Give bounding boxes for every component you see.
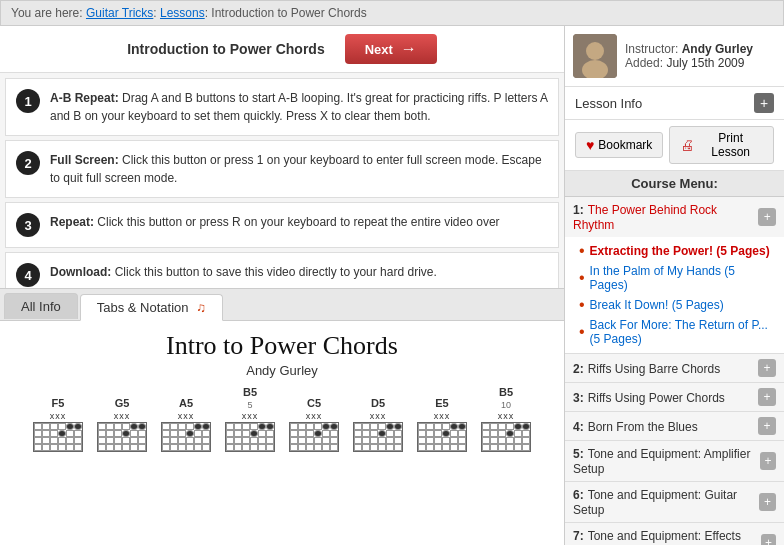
notation-author: Andy Gurley bbox=[10, 363, 554, 378]
course-section-5: 5:Tone and Equipment: Amplifier Setup+ bbox=[565, 441, 784, 482]
chord-x-marks: xxx bbox=[498, 411, 515, 421]
chord-fret: 5 bbox=[247, 400, 252, 410]
section-number: 2: bbox=[573, 362, 584, 376]
course-item-dot: • bbox=[579, 269, 585, 287]
section-title: Tone and Equipment: Amplifier Setup bbox=[573, 447, 750, 476]
printer-icon: 🖨 bbox=[680, 137, 694, 153]
chord-cell bbox=[178, 430, 186, 437]
breadcrumb-guitar-tricks[interactable]: Guitar Tricks bbox=[86, 6, 153, 20]
chord-cell bbox=[130, 437, 138, 444]
chord-cell bbox=[234, 423, 242, 430]
chord-cell bbox=[138, 444, 146, 451]
course-item-link[interactable]: Extracting the Power! (5 Pages) bbox=[590, 244, 770, 258]
section-expand-btn[interactable]: + bbox=[759, 493, 776, 511]
section-title: The Power Behind Rock Rhythm bbox=[573, 203, 717, 232]
chord-cell bbox=[130, 430, 138, 437]
course-section-items-1: •Extracting the Power! (5 Pages)•In the … bbox=[565, 237, 784, 353]
chord-cell bbox=[298, 437, 306, 444]
chord-cell bbox=[370, 430, 378, 437]
chord-cell bbox=[266, 430, 274, 437]
chord-cell bbox=[362, 437, 370, 444]
chord-cell bbox=[202, 423, 210, 430]
course-section-header-6[interactable]: 6:Tone and Equipment: Guitar Setup+ bbox=[565, 482, 784, 522]
chord-cell bbox=[122, 437, 130, 444]
course-section-header-1[interactable]: 1:The Power Behind Rock Rhythm+ bbox=[565, 197, 784, 237]
chord-cell bbox=[162, 444, 170, 451]
chord-cell bbox=[170, 437, 178, 444]
chord-cell bbox=[442, 444, 450, 451]
course-section-header-7[interactable]: 7:Tone and Equipment: Effects and More+ bbox=[565, 523, 784, 545]
chord-cell bbox=[434, 423, 442, 430]
tab-tabs-notation[interactable]: Tabs & Notation ♫ bbox=[80, 294, 223, 321]
chord-cell bbox=[322, 444, 330, 451]
chord-item: E5xxx bbox=[417, 397, 467, 452]
section-expand-btn[interactable]: + bbox=[758, 359, 776, 377]
chord-grid bbox=[33, 422, 83, 452]
tab-all-info[interactable]: All Info bbox=[4, 293, 78, 319]
bookmark-button[interactable]: ♥ Bookmark bbox=[575, 132, 663, 158]
chord-cell bbox=[138, 430, 146, 437]
chord-cell bbox=[498, 423, 506, 430]
chord-cell bbox=[194, 444, 202, 451]
section-expand-btn[interactable]: + bbox=[760, 452, 776, 470]
course-item-link[interactable]: Back For More: The Return of P... (5 Pag… bbox=[590, 318, 776, 346]
chord-cell bbox=[130, 444, 138, 451]
step-4-number: 4 bbox=[16, 263, 40, 287]
chord-grid bbox=[97, 422, 147, 452]
chord-cell bbox=[386, 430, 394, 437]
chord-cell bbox=[194, 423, 202, 430]
next-button[interactable]: Next bbox=[345, 34, 437, 64]
course-section-header-5[interactable]: 5:Tone and Equipment: Amplifier Setup+ bbox=[565, 441, 784, 481]
course-section-7: 7:Tone and Equipment: Effects and More+ bbox=[565, 523, 784, 545]
chord-cell bbox=[522, 423, 530, 430]
step-3-bold: Repeat: bbox=[50, 215, 94, 229]
chord-cell bbox=[506, 444, 514, 451]
chord-cell bbox=[106, 430, 114, 437]
chord-cell bbox=[234, 430, 242, 437]
chord-cell bbox=[170, 423, 178, 430]
chord-cell bbox=[98, 444, 106, 451]
music-icon: ♫ bbox=[196, 300, 206, 315]
breadcrumb: You are here: Guitar Tricks: Lessons: In… bbox=[0, 0, 784, 26]
course-item: •Extracting the Power! (5 Pages) bbox=[579, 240, 776, 262]
breadcrumb-lessons[interactable]: Lessons bbox=[160, 6, 205, 20]
chord-cell bbox=[450, 423, 458, 430]
chord-cell bbox=[330, 423, 338, 430]
chord-x-marks: xxx bbox=[370, 411, 387, 421]
chord-label: D5 bbox=[371, 397, 385, 409]
course-section-header-3[interactable]: 3:Riffs Using Power Chords+ bbox=[565, 383, 784, 411]
section-number: 7: bbox=[573, 529, 584, 543]
course-item-dot: • bbox=[579, 323, 585, 341]
chord-cell bbox=[314, 423, 322, 430]
course-section-header-4[interactable]: 4:Born From the Blues+ bbox=[565, 412, 784, 440]
print-button[interactable]: 🖨 Print Lesson bbox=[669, 126, 774, 164]
chord-cell bbox=[394, 437, 402, 444]
course-item-link[interactable]: Break It Down! (5 Pages) bbox=[590, 298, 724, 312]
chord-cell bbox=[66, 430, 74, 437]
course-section-header-2[interactable]: 2:Riffs Using Barre Chords+ bbox=[565, 354, 784, 382]
chord-cell bbox=[394, 444, 402, 451]
chord-cell bbox=[34, 437, 42, 444]
chord-cell bbox=[514, 423, 522, 430]
chord-fret: 10 bbox=[501, 400, 511, 410]
chord-cell bbox=[186, 444, 194, 451]
chord-cell bbox=[202, 430, 210, 437]
chord-cell bbox=[98, 423, 106, 430]
chord-cell bbox=[74, 423, 82, 430]
chord-label: A5 bbox=[179, 397, 193, 409]
section-expand-btn[interactable]: + bbox=[758, 208, 776, 226]
chord-cell bbox=[266, 437, 274, 444]
lesson-info-expand-btn[interactable]: + bbox=[754, 93, 774, 113]
chord-x-marks: xxx bbox=[50, 411, 67, 421]
chord-cell bbox=[434, 437, 442, 444]
chord-cell bbox=[178, 423, 186, 430]
section-expand-btn[interactable]: + bbox=[761, 534, 776, 545]
chord-cell bbox=[202, 444, 210, 451]
course-item-link[interactable]: In the Palm of My Hands (5 Pages) bbox=[590, 264, 776, 292]
chord-cell bbox=[114, 423, 122, 430]
section-expand-btn[interactable]: + bbox=[758, 417, 776, 435]
chord-cell bbox=[106, 437, 114, 444]
chord-cell bbox=[122, 423, 130, 430]
section-expand-btn[interactable]: + bbox=[758, 388, 776, 406]
chord-cell bbox=[418, 423, 426, 430]
